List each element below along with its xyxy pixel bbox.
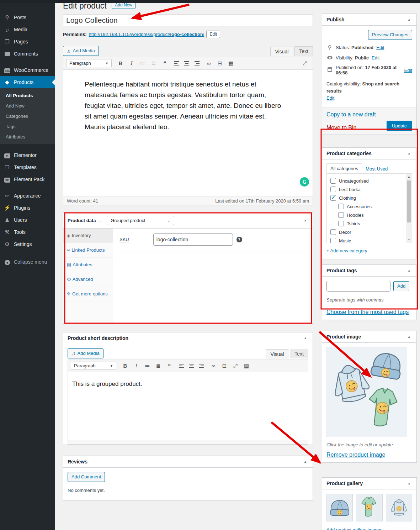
scroll-thumb[interactable]	[407, 180, 411, 222]
publish-toggle[interactable]: ▲	[406, 17, 412, 22]
preview-changes-button[interactable]: Preview Changes	[368, 30, 412, 40]
product-data-toggle[interactable]: ▲	[302, 218, 308, 223]
toolbar-toggle-button[interactable]: ▦	[226, 59, 236, 68]
add-tag-button[interactable]: Add	[393, 281, 409, 291]
checkbox[interactable]	[330, 187, 336, 192]
sd-fullscreen-button[interactable]: ⤢	[230, 361, 240, 371]
sidebar-item-templates[interactable]: ❒ Templates	[0, 161, 55, 173]
sidebar-item-users[interactable]: ♟ Users	[0, 214, 55, 226]
remove-product-image-link[interactable]: Remove product image	[326, 452, 385, 458]
sidebar-item-tools[interactable]: ⚒ Tools	[0, 226, 55, 238]
checkbox[interactable]	[330, 229, 336, 235]
sd-insert-link-button[interactable]: ∞	[208, 361, 218, 371]
scroll-down-arrow[interactable]: ▼	[406, 237, 412, 243]
align-right-button[interactable]	[193, 59, 203, 68]
tab-linked-products[interactable]: ∞Linked Products	[63, 243, 113, 258]
read-more-button[interactable]: ⊟	[215, 59, 225, 68]
sd-bullet-list-button[interactable]: ≔	[142, 361, 152, 371]
sd-align-left-button[interactable]	[175, 361, 185, 371]
sidebar-item-pages[interactable]: ❐ Pages	[0, 36, 55, 48]
sd-paragraph-select[interactable]: Paragraph▼	[71, 362, 116, 370]
add-media-button[interactable]: ♫ Add Media	[63, 46, 99, 56]
sd-align-center-button[interactable]	[186, 361, 196, 371]
sd-italic-button[interactable]: I	[131, 361, 141, 371]
sd-bold-button[interactable]: B	[120, 361, 130, 371]
numbered-list-button[interactable]: ≣	[149, 59, 159, 68]
scroll-up-arrow[interactable]: ▲	[406, 174, 412, 180]
move-to-bin-link[interactable]: Move to Bin	[326, 125, 356, 131]
sd-blockquote-button[interactable]: ❝	[164, 361, 174, 371]
checkbox[interactable]	[338, 204, 344, 209]
tags-toggle[interactable]: ▲	[406, 268, 412, 273]
sidebar-item-products[interactable]: ◆ Products	[0, 76, 55, 88]
product-description-text[interactable]: Pellentesque habitant morbi tristique se…	[63, 70, 313, 196]
checkbox[interactable]	[330, 195, 336, 201]
product-gallery-toggle[interactable]: ▲	[406, 481, 412, 486]
checkbox[interactable]	[338, 212, 344, 218]
reviews-toggle[interactable]: ▲	[302, 459, 308, 464]
sidebar-item-appearance[interactable]: ✏ Appearance	[0, 190, 55, 202]
italic-button[interactable]: I	[127, 59, 137, 68]
checkbox[interactable]	[338, 221, 344, 226]
submenu-categories[interactable]: Categories	[0, 111, 55, 121]
sidebar-item-plugins[interactable]: ⚡ Plugins	[0, 202, 55, 214]
gallery-thumb-beanie[interactable]	[326, 494, 353, 521]
fullscreen-button[interactable]: ⤢	[300, 59, 310, 68]
submenu-add-new[interactable]: Add New	[0, 101, 55, 111]
sd-read-more-button[interactable]: ⊟	[219, 361, 229, 371]
sd-align-right-button[interactable]	[197, 361, 207, 371]
copy-to-draft-link[interactable]: Copy to a new draft	[326, 111, 376, 117]
blockquote-button[interactable]: ❝	[160, 59, 170, 68]
sd-toolbar-toggle-button[interactable]: ▦	[241, 361, 251, 371]
editor-resize-handle[interactable]	[68, 440, 308, 444]
sidebar-item-settings[interactable]: ⚙ Settings	[0, 238, 55, 250]
align-center-button[interactable]	[182, 59, 192, 68]
permalink-link[interactable]: http://192.168.1.115/wordpress/product/l…	[89, 32, 204, 37]
status-edit-link[interactable]: Edit	[376, 45, 384, 50]
submenu-all-products[interactable]: All Products	[0, 90, 55, 101]
permalink-edit-button[interactable]: Edit	[206, 31, 220, 38]
short-description-toggle[interactable]: ▲	[302, 336, 308, 341]
sd-tab-text[interactable]: Text	[290, 349, 308, 358]
add-comment-button[interactable]: Add Comment	[68, 472, 105, 482]
sidebar-item-media[interactable]: ♫ Media	[0, 23, 55, 36]
insert-link-button[interactable]: ∞	[204, 59, 214, 68]
align-left-button[interactable]	[171, 59, 181, 68]
product-title-input[interactable]	[63, 14, 313, 26]
sd-add-media-button[interactable]: ♫ Add Media	[68, 348, 103, 358]
sd-tab-visual[interactable]: Visual	[266, 349, 288, 359]
help-icon[interactable]: ?	[236, 237, 242, 242]
choose-most-used-tags-link[interactable]: Choose from the most used tags	[326, 309, 409, 315]
tab-most-used[interactable]: Most Used	[362, 164, 391, 174]
tag-input[interactable]	[326, 281, 390, 292]
scrollbar[interactable]: ▲ ▼	[406, 174, 412, 243]
add-new-category-link[interactable]: + Add new category	[326, 248, 367, 253]
tab-visual[interactable]: Visual	[270, 47, 293, 56]
tab-get-more-options[interactable]: ✈Get more options	[63, 287, 113, 301]
product-image-toggle[interactable]: ▲	[406, 334, 412, 339]
checkbox[interactable]	[330, 238, 336, 243]
product-image[interactable]	[326, 347, 407, 437]
paragraph-select[interactable]: Paragraph▼	[66, 59, 112, 67]
add-gallery-images-link[interactable]: Add product gallery images	[326, 527, 383, 530]
bold-button[interactable]: B	[116, 59, 126, 68]
tab-all-categories[interactable]: All categories	[326, 163, 362, 174]
gallery-thumb-tshirt[interactable]	[356, 494, 382, 521]
visibility-edit-link[interactable]: Edit	[372, 55, 379, 61]
editor-content-area[interactable]: Pellentesque habitant morbi tristique se…	[63, 70, 313, 196]
sidebar-item-posts[interactable]: ⚲ Posts	[0, 11, 55, 23]
sidebar-item-woocommerce[interactable]: woo WooCommerce	[0, 64, 55, 76]
sd-numbered-list-button[interactable]: ≣	[153, 361, 163, 371]
sidebar-item-comments[interactable]: Comments	[0, 48, 55, 60]
update-button[interactable]: Update	[387, 121, 412, 131]
gallery-thumb-hoodie[interactable]	[386, 494, 412, 521]
catalog-edit-link[interactable]: Edit	[326, 95, 334, 101]
tab-text[interactable]: Text	[294, 46, 313, 56]
submenu-tags[interactable]: Tags	[0, 121, 55, 132]
sidebar-item-elementor[interactable]: E Elementor	[0, 149, 55, 161]
tab-attributes[interactable]: ▤Attributes	[63, 258, 113, 272]
sku-input[interactable]	[153, 233, 233, 246]
product-type-select[interactable]: Grouped product⌄	[107, 216, 174, 225]
bullet-list-button[interactable]: ≔	[138, 59, 148, 68]
published-edit-link[interactable]: Edit	[404, 68, 412, 73]
